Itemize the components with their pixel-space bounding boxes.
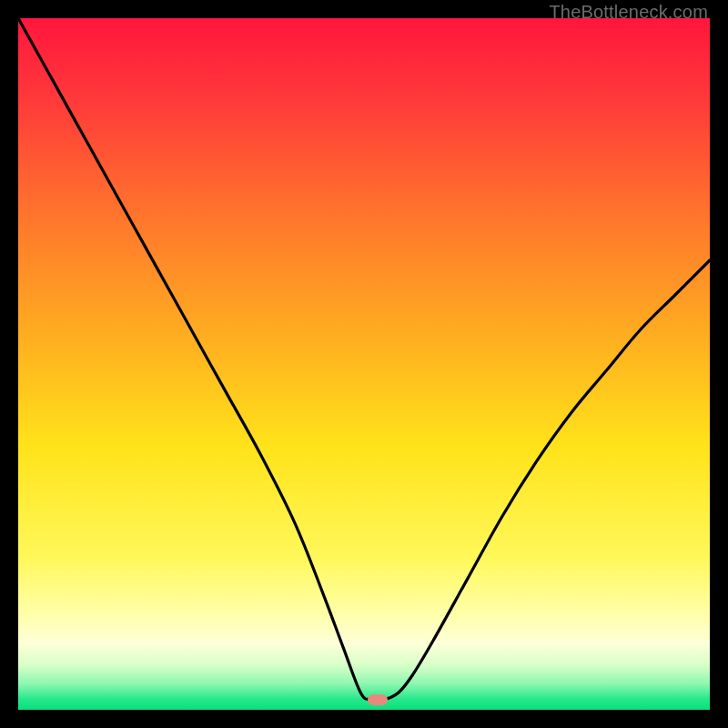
optimal-point-marker (368, 694, 388, 705)
plot-area (18, 18, 710, 710)
bottleneck-curve (18, 18, 710, 710)
chart-frame: TheBottleneck.com (0, 0, 728, 728)
